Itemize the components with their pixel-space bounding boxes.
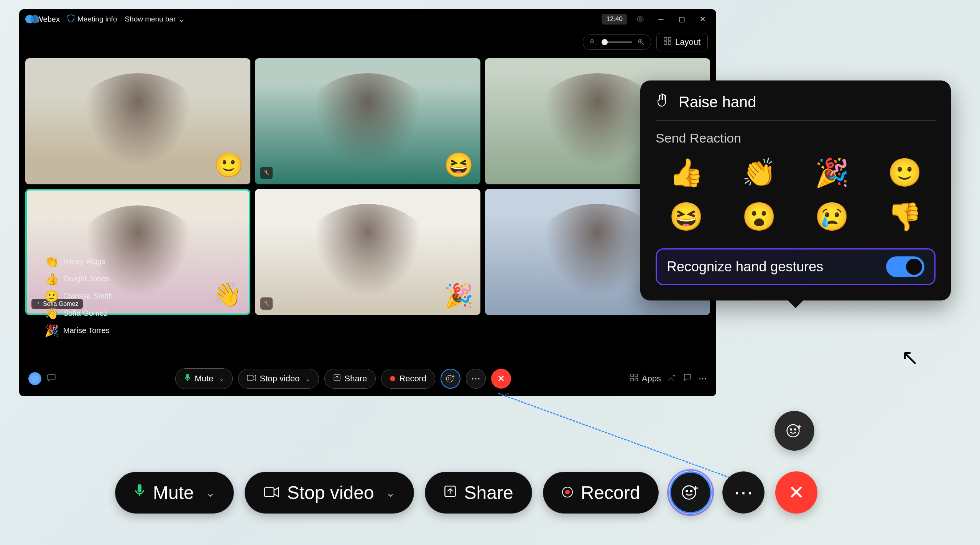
svg-point-20 bbox=[451, 378, 451, 378]
lock-icon[interactable] bbox=[633, 13, 648, 25]
chevron-down-icon[interactable]: ⌄ bbox=[219, 375, 224, 382]
mute-button-zoomed[interactable]: Mute ⌄ bbox=[115, 472, 234, 514]
svg-point-35 bbox=[686, 490, 688, 492]
svg-point-19 bbox=[448, 378, 449, 378]
reaction-party[interactable]: 🎉 bbox=[805, 156, 859, 189]
mute-button[interactable]: Mute ⌄ bbox=[175, 368, 233, 389]
bottom-toolbar-center: Mute ⌄ Stop video ⌄ Share Record bbox=[175, 368, 511, 389]
leave-button[interactable]: ✕ bbox=[491, 369, 511, 389]
reaction-wow[interactable]: 😮 bbox=[732, 200, 786, 233]
svg-point-33 bbox=[565, 490, 570, 494]
participant-tile[interactable]: 🎉 bbox=[255, 189, 480, 315]
participant-reaction-emoji: 🎉 bbox=[444, 282, 474, 310]
layout-label: Layout bbox=[675, 37, 700, 47]
svg-rect-11 bbox=[664, 42, 667, 44]
layout-button[interactable]: Layout bbox=[656, 33, 708, 51]
meeting-info-button[interactable]: Meeting info bbox=[67, 15, 117, 24]
participant-tile[interactable]: 😆 bbox=[255, 58, 480, 184]
chat-icon[interactable] bbox=[47, 373, 56, 384]
bottom-toolbar-left bbox=[28, 372, 56, 385]
stop-video-button-zoomed[interactable]: Stop video ⌄ bbox=[245, 472, 414, 514]
svg-line-3 bbox=[594, 43, 595, 45]
participant-tile[interactable]: 🙂 bbox=[25, 58, 250, 184]
reaction-feed-item: 🙂 Clarissa Smith bbox=[44, 289, 113, 303]
reaction-emoji-grid: 👍 👏 🎉 🙂 😆 😮 😢 👎 bbox=[656, 153, 936, 245]
panel-more-icon[interactable]: ⋯ bbox=[699, 374, 707, 384]
svg-rect-10 bbox=[668, 38, 671, 40]
reaction-clap[interactable]: 👏 bbox=[732, 156, 786, 189]
reactions-button-zoomed[interactable] bbox=[669, 471, 712, 514]
ai-assistant-icon[interactable] bbox=[28, 372, 41, 385]
svg-rect-21 bbox=[631, 374, 633, 377]
gesture-toggle[interactable] bbox=[886, 256, 924, 277]
chevron-down-icon[interactable]: ⌄ bbox=[386, 486, 395, 499]
record-button[interactable]: Record bbox=[381, 369, 435, 389]
zoom-slider[interactable] bbox=[602, 41, 632, 43]
raise-hand-button[interactable]: Raise hand bbox=[656, 93, 936, 121]
meeting-info-label: Meeting info bbox=[77, 15, 117, 23]
zoom-slider-thumb[interactable] bbox=[602, 39, 608, 45]
chevron-down-icon[interactable]: ⌄ bbox=[206, 486, 215, 499]
share-label: Share bbox=[464, 482, 513, 503]
stop-video-button[interactable]: Stop video ⌄ bbox=[238, 369, 319, 389]
reaction-sad[interactable]: 😢 bbox=[805, 200, 859, 233]
titlebar-left: Webex Meeting info Show menu bar ⌄ bbox=[25, 15, 185, 24]
camera-icon bbox=[263, 483, 280, 502]
zoom-control bbox=[583, 34, 651, 50]
participant-reaction-emoji: 😆 bbox=[444, 151, 474, 179]
record-icon bbox=[390, 376, 395, 381]
svg-rect-1 bbox=[639, 19, 641, 21]
annotation-connector bbox=[498, 393, 736, 481]
minimize-button[interactable]: ─ bbox=[653, 13, 669, 25]
zoom-in-button[interactable] bbox=[637, 38, 645, 46]
chat-panel-icon[interactable] bbox=[683, 373, 692, 384]
close-button[interactable]: ✕ bbox=[695, 13, 710, 25]
reaction-emoji: 🙂 bbox=[44, 289, 59, 303]
svg-rect-22 bbox=[635, 374, 638, 377]
share-button[interactable]: Share bbox=[324, 369, 376, 389]
gesture-label: Recognize hand gestures bbox=[667, 259, 823, 275]
muted-icon bbox=[260, 297, 273, 310]
record-button-zoomed[interactable]: Record bbox=[543, 472, 659, 514]
apps-icon bbox=[630, 374, 638, 384]
record-icon bbox=[562, 483, 573, 502]
apps-button[interactable]: Apps bbox=[630, 374, 661, 384]
participant-reaction-emoji: 🙂 bbox=[214, 151, 243, 179]
webex-logo-icon bbox=[25, 15, 34, 23]
reactions-button-zoom-target[interactable] bbox=[774, 411, 814, 451]
reaction-thumbs-up[interactable]: 👍 bbox=[659, 156, 713, 189]
reaction-name: Clarissa Smith bbox=[63, 292, 113, 300]
reaction-emoji: 👍 bbox=[44, 272, 59, 286]
record-label: Record bbox=[581, 482, 640, 503]
chevron-down-icon[interactable]: ⌄ bbox=[305, 375, 310, 382]
more-button[interactable]: ⋯ bbox=[466, 369, 486, 389]
reaction-name: Marise Torres bbox=[63, 326, 110, 335]
maximize-button[interactable]: ▢ bbox=[674, 13, 689, 25]
reaction-name: Sofia Gomez bbox=[63, 309, 108, 318]
svg-point-29 bbox=[794, 429, 796, 430]
reactions-button[interactable] bbox=[441, 369, 460, 389]
show-menubar-button[interactable]: Show menu bar ⌄ bbox=[125, 15, 185, 24]
bottom-toolbar: Mute ⌄ Stop video ⌄ Share Record bbox=[19, 361, 716, 396]
participants-icon[interactable] bbox=[668, 373, 676, 384]
mic-icon bbox=[184, 373, 191, 384]
apps-label: Apps bbox=[642, 374, 661, 384]
meeting-timer: 12:40 bbox=[602, 14, 627, 25]
svg-rect-30 bbox=[264, 488, 274, 496]
svg-rect-23 bbox=[631, 378, 633, 381]
mic-active-icon bbox=[36, 300, 41, 307]
more-button-zoomed[interactable]: ⋯ bbox=[722, 471, 765, 514]
zoom-out-button[interactable] bbox=[589, 38, 597, 46]
reaction-smile[interactable]: 🙂 bbox=[878, 156, 932, 189]
mic-icon bbox=[134, 483, 145, 502]
share-icon bbox=[444, 483, 457, 502]
reaction-laugh[interactable]: 😆 bbox=[659, 200, 713, 233]
svg-point-28 bbox=[790, 429, 792, 430]
reaction-emoji: 👋 bbox=[44, 307, 59, 320]
toggle-thumb bbox=[906, 259, 922, 275]
reaction-thumbs-down[interactable]: 👎 bbox=[878, 200, 932, 233]
mute-label: Mute bbox=[153, 482, 194, 503]
leave-button-zoomed[interactable]: ✕ bbox=[775, 471, 817, 514]
zoomed-toolbar: Mute ⌄ Stop video ⌄ Share Record ⋯ ✕ bbox=[115, 471, 817, 514]
share-button-zoomed[interactable]: Share bbox=[425, 472, 532, 514]
